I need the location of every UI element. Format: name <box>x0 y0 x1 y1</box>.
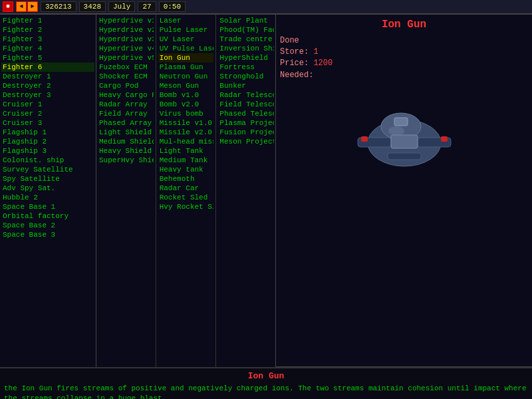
special-list-item[interactable]: Inversion Shield <box>218 44 274 53</box>
ship-list-item[interactable]: Fighter 1 <box>1 16 94 25</box>
drive-list-item[interactable]: Hyperdrive v5.0 <box>98 53 154 63</box>
svg-rect-7 <box>394 118 408 126</box>
weapon-list-item[interactable]: Heavy tank <box>158 165 214 174</box>
ship-list-item[interactable]: Spy Satellite <box>1 174 94 184</box>
drive-list-item[interactable]: Hyperdrive v2.0 <box>98 25 154 35</box>
special-list-item[interactable]: Fortress <box>218 63 274 72</box>
weapon-list-item[interactable]: Virus bomb <box>158 109 214 118</box>
ship-list-item[interactable]: Space Base 3 <box>1 230 94 239</box>
weapon-list-item[interactable]: Pulse Laser <box>158 25 214 35</box>
special-list-item[interactable]: Phood(TM) Factory <box>218 25 274 35</box>
weapon-list-item[interactable]: Mul-head missile <box>158 137 214 146</box>
weapon-list-item[interactable]: Ion Gun <box>158 53 214 63</box>
weapon-list-item[interactable]: Medium Tank <box>158 156 214 165</box>
ion-gun-svg <box>338 83 471 183</box>
drive-list-item[interactable]: Heavy Cargo Pod <box>98 90 154 100</box>
done-row: Done <box>280 36 528 45</box>
weapon-list-item[interactable]: Bomb v1.0 <box>158 90 214 100</box>
weapon-list-item[interactable]: Rocket Sled <box>158 193 214 202</box>
ship-list-item[interactable]: Cruiser 3 <box>1 118 94 128</box>
item-detail-panel: Ion Gun Done Store: 1 Price: 1200 Needed… <box>276 15 532 367</box>
production-display: 3428 <box>79 1 106 12</box>
ship-list-item[interactable]: Fighter 5 <box>1 53 94 63</box>
drive-list-item[interactable]: Hyperdrive v4.0 <box>98 44 154 53</box>
description-panel: Ion Gun the Ion Gun fires streams of pos… <box>0 367 532 399</box>
weapon-list-item[interactable]: Radar Car <box>158 184 214 193</box>
ship-list-item[interactable]: Cruiser 2 <box>1 109 94 118</box>
drive-list-item[interactable]: Radar Array <box>98 100 154 109</box>
drive-list-item[interactable]: Hyperdrive v3.0 <box>98 35 154 44</box>
weapon-list-item[interactable]: UV Laser <box>158 35 214 44</box>
svg-point-8 <box>388 126 404 136</box>
description-text: the Ion Gun fires streams of positive an… <box>4 384 528 399</box>
svg-rect-6 <box>361 136 368 142</box>
ship-list-scroll[interactable]: Fighter 1Fighter 2Fighter 3Fighter 4Figh… <box>1 16 94 366</box>
drive-list-item[interactable]: SuperHvy Shield <box>98 156 154 165</box>
weapon-list-item[interactable]: Light Tank <box>158 146 214 156</box>
description-title: Ion Gun <box>4 371 528 381</box>
ship-list-item[interactable]: Destroyer 1 <box>1 72 94 81</box>
special-list-item[interactable]: Trade centre <box>218 35 274 44</box>
drive-list-item[interactable]: Hyperdrive v1.0 <box>98 16 154 25</box>
month-display: July <box>108 1 135 12</box>
special-list-item[interactable]: Plasma Projector <box>218 118 274 128</box>
ship-list-item[interactable]: Space Base 1 <box>1 202 94 211</box>
ship-list-item[interactable]: Fighter 3 <box>1 35 94 44</box>
ship-list-item[interactable]: Fighter 2 <box>1 25 94 35</box>
menu-icon[interactable]: ■ <box>3 1 13 12</box>
ship-list-item[interactable]: Destroyer 2 <box>1 81 94 90</box>
weapon-list-item[interactable]: Meson Gun <box>158 81 214 90</box>
ship-list-item[interactable]: Flagship 3 <box>1 146 94 156</box>
ship-list-item[interactable]: Destroyer 3 <box>1 90 94 100</box>
drive-list-item[interactable]: Shocker ECM <box>98 72 154 81</box>
ship-list-item[interactable]: Hubble 2 <box>1 193 94 202</box>
drive-list-item[interactable]: Phased Array <box>98 118 154 128</box>
ship-list-item[interactable]: Adv Spy Sat. <box>1 184 94 193</box>
drive-list-item[interactable]: Cargo Pod <box>98 81 154 90</box>
ship-list-item[interactable]: Orbital factory <box>1 211 94 221</box>
main-area: Fighter 1Fighter 2Fighter 3Fighter 4Figh… <box>0 15 532 367</box>
drive-list-item[interactable]: Fuzebox ECM <box>98 63 154 72</box>
store-value: 1 <box>313 47 318 57</box>
drive-list-item[interactable]: Medium Shield <box>98 137 154 146</box>
special-list-item[interactable]: Solar Plant <box>218 16 274 25</box>
price-label: Price: <box>280 59 309 68</box>
weapon-list-item[interactable]: Neutron Gun <box>158 72 214 81</box>
ship-list-item[interactable]: Space Base 2 <box>1 221 94 230</box>
weapon-list-item[interactable]: UV Pulse Laser <box>158 44 214 53</box>
special-list-item[interactable]: Stronghold <box>218 72 274 81</box>
weapon-list-item[interactable]: Plasma Gun <box>158 63 214 72</box>
next-arrow[interactable]: ► <box>27 1 38 12</box>
weapons-col: LaserPulse LaserUV LaserUV Pulse LaserIo… <box>157 15 215 367</box>
drive-list-item[interactable]: Heavy Shield <box>98 146 154 156</box>
specials-col: Solar PlantPhood(TM) FactoryTrade centre… <box>217 15 275 367</box>
ship-list-item[interactable]: Flagship 2 <box>1 137 94 146</box>
special-list-item[interactable]: Bunker <box>218 81 274 90</box>
weapon-list-item[interactable]: Missile v1.0 <box>158 118 214 128</box>
ship-list-item[interactable]: Cruiser 1 <box>1 100 94 109</box>
special-list-item[interactable]: Radar Telescope <box>218 90 274 100</box>
weapon-list-item[interactable]: Behemoth <box>158 174 214 184</box>
ship-list-item[interactable]: Colonist. ship <box>1 156 94 165</box>
special-list-item[interactable]: Field Telescope <box>218 100 274 109</box>
credits-display: 326213 <box>41 1 76 12</box>
weapon-list-item[interactable]: Laser <box>158 16 214 25</box>
special-list-item[interactable]: Fusion Projector <box>218 128 274 137</box>
weapon-list-item[interactable]: Missile v2.0 <box>158 128 214 137</box>
drives-col: Hyperdrive v1.0Hyperdrive v2.0Hyperdrive… <box>96 15 155 367</box>
nav-arrows[interactable]: ◄ ► <box>16 1 38 12</box>
weapon-list-item[interactable]: Hvy Rocket Sled <box>158 202 214 211</box>
ship-list-item[interactable]: Flagship 1 <box>1 128 94 137</box>
price-row: Price: 1200 <box>280 59 528 68</box>
ship-list-item[interactable]: Survey Satellite <box>1 165 94 174</box>
ship-list-item[interactable]: Fighter 6 <box>1 63 94 72</box>
drive-list-item[interactable]: Field Array <box>98 109 154 118</box>
prev-arrow[interactable]: ◄ <box>16 1 27 12</box>
weapon-list-item[interactable]: Bomb v2.0 <box>158 100 214 109</box>
ship-list-item[interactable]: Fighter 4 <box>1 44 94 53</box>
drive-list-item[interactable]: Light Shield <box>98 128 154 137</box>
item-info-section: Ion Gun Done Store: 1 Price: 1200 Needed… <box>276 15 532 367</box>
special-list-item[interactable]: HyperShield <box>218 53 274 63</box>
special-list-item[interactable]: Meson Projector <box>218 137 274 146</box>
special-list-item[interactable]: Phased Telescope <box>218 109 274 118</box>
